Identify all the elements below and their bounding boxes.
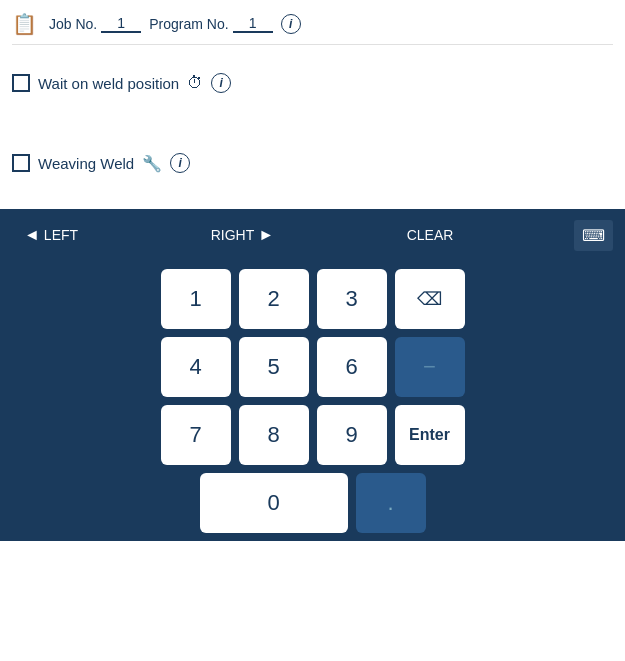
keyboard-toggle-button[interactable]: ⌨ bbox=[574, 220, 613, 251]
key-8[interactable]: 8 bbox=[239, 405, 309, 465]
numpad-area: 1 2 3 ⌫ 4 5 6 − 7 8 9 Enter 0 . bbox=[0, 257, 625, 541]
info-icon-header[interactable]: i bbox=[281, 14, 301, 34]
key-6[interactable]: 6 bbox=[317, 337, 387, 397]
program-no-label: Program No. bbox=[149, 16, 228, 32]
job-no-group: Job No. bbox=[49, 15, 141, 33]
job-no-label: Job No. bbox=[49, 16, 97, 32]
clipboard-icon: 📋 bbox=[12, 12, 37, 36]
numpad-row-4: 0 . bbox=[16, 473, 609, 533]
form-section: Wait on weld position ⏱ i Weaving Weld 🔧… bbox=[12, 45, 613, 201]
form-area: 📋 Job No. Program No. i Wait on weld pos… bbox=[0, 0, 625, 211]
weaving-weld-label: Weaving Weld bbox=[38, 155, 134, 172]
enter-button[interactable]: Enter bbox=[395, 405, 465, 465]
wait-on-weld-checkbox[interactable] bbox=[12, 74, 30, 92]
key-2[interactable]: 2 bbox=[239, 269, 309, 329]
info-icon-weaving[interactable]: i bbox=[170, 153, 190, 173]
left-label: LEFT bbox=[44, 227, 78, 243]
weaving-weld-checkbox[interactable] bbox=[12, 154, 30, 172]
info-icon-wait[interactable]: i bbox=[211, 73, 231, 93]
key-1[interactable]: 1 bbox=[161, 269, 231, 329]
left-arrow-icon: ◄ bbox=[24, 226, 40, 244]
clear-label: CLEAR bbox=[407, 227, 454, 243]
left-button[interactable]: ◄ LEFT bbox=[12, 218, 90, 252]
job-no-input[interactable] bbox=[101, 15, 141, 33]
weaving-weld-row: Weaving Weld 🔧 i bbox=[12, 153, 613, 173]
numpad-row-3: 7 8 9 Enter bbox=[16, 405, 609, 465]
program-no-group: Program No. bbox=[149, 15, 272, 33]
right-button[interactable]: RIGHT ► bbox=[199, 218, 286, 252]
clear-button[interactable]: CLEAR bbox=[395, 219, 466, 251]
right-arrow-icon: ► bbox=[258, 226, 274, 244]
top-row: 📋 Job No. Program No. i bbox=[12, 8, 613, 45]
key-minus: − bbox=[395, 337, 465, 397]
program-no-input[interactable] bbox=[233, 15, 273, 33]
key-3[interactable]: 3 bbox=[317, 269, 387, 329]
wait-on-weld-label: Wait on weld position bbox=[38, 75, 179, 92]
key-0[interactable]: 0 bbox=[200, 473, 348, 533]
weaving-section: Weaving Weld 🔧 i bbox=[12, 153, 613, 173]
numpad-row-2: 4 5 6 − bbox=[16, 337, 609, 397]
key-9[interactable]: 9 bbox=[317, 405, 387, 465]
wrench-icon: 🔧 bbox=[142, 154, 162, 173]
numpad-row-1: 1 2 3 ⌫ bbox=[16, 269, 609, 329]
timer-icon: ⏱ bbox=[187, 74, 203, 92]
right-label: RIGHT bbox=[211, 227, 255, 243]
key-4[interactable]: 4 bbox=[161, 337, 231, 397]
keyboard-icon: ⌨ bbox=[582, 227, 605, 244]
key-dot[interactable]: . bbox=[356, 473, 426, 533]
wait-on-weld-row: Wait on weld position ⏱ i bbox=[12, 73, 613, 93]
backspace-button[interactable]: ⌫ bbox=[395, 269, 465, 329]
key-5[interactable]: 5 bbox=[239, 337, 309, 397]
key-7[interactable]: 7 bbox=[161, 405, 231, 465]
nav-bar: ◄ LEFT RIGHT ► CLEAR ⌨ bbox=[0, 213, 625, 257]
